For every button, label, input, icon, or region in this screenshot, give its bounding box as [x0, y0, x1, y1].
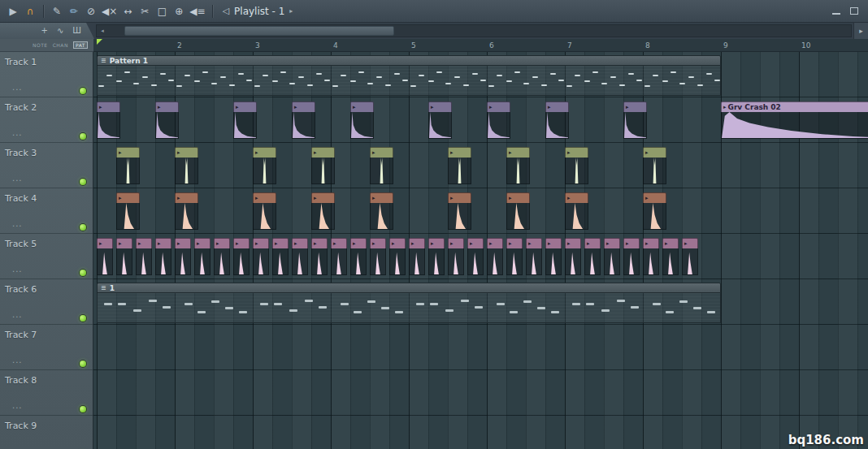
track-led[interactable] [80, 406, 86, 412]
audio-clip-tom[interactable]: ▸ [370, 192, 393, 230]
audio-clip-kick[interactable]: ▸ [487, 101, 510, 139]
audio-clip-hat[interactable]: ▸ [662, 238, 679, 275]
audio-clip-tom[interactable]: ▸ [175, 192, 198, 230]
audio-clip-hat[interactable]: ▸ [545, 238, 562, 275]
mode-label-note[interactable]: NOTE [33, 42, 48, 48]
track-name-label[interactable]: Track 4 [5, 193, 37, 204]
select-tool-icon[interactable]: □ [154, 2, 170, 20]
audio-clip-hat[interactable]: ▸ [97, 238, 113, 275]
audio-clip-hat[interactable]: ▸ [253, 238, 269, 275]
track-row[interactable]: Track 2... [0, 97, 93, 143]
track-name-label[interactable]: Track 7 [5, 330, 37, 340]
audio-clip-hat[interactable]: ▸ [643, 238, 659, 275]
snap-magnet-icon[interactable]: + [41, 27, 48, 35]
track-led[interactable] [80, 179, 86, 185]
track-row[interactable]: Track 9... [0, 416, 93, 449]
pattern-picker-tab[interactable]: +∿Ш [0, 23, 94, 39]
play-icon[interactable]: ▶ [5, 2, 21, 20]
audio-clip-tom[interactable]: ▸ [643, 192, 666, 230]
audio-clip-hat[interactable]: ▸ [136, 238, 152, 275]
audio-clip-clap[interactable]: ▸ [370, 147, 393, 184]
audio-clip-clap[interactable]: ▸ [175, 147, 198, 184]
audio-clip-clap[interactable]: ▸ [311, 147, 335, 184]
audio-clip-kick[interactable]: ▸ [233, 101, 257, 139]
pattern-clip[interactable]: ≡Pattern 1 [97, 55, 721, 96]
audio-clip-clap[interactable]: ▸ [253, 147, 276, 184]
audio-clip-hat[interactable]: ▸ [194, 238, 210, 275]
audio-clip-clap[interactable]: ▸ [565, 147, 588, 184]
audio-clip-crash[interactable]: ▸Grv Crash 02 [721, 101, 868, 139]
audio-clip-hat[interactable]: ▸ [389, 238, 406, 275]
track-led[interactable] [80, 360, 86, 367]
restore-button[interactable] [850, 7, 858, 15]
audio-clip-clap[interactable]: ▸ [643, 147, 666, 184]
audio-clip-hat[interactable]: ▸ [487, 238, 503, 275]
track-led[interactable] [80, 270, 86, 276]
audio-clip-hat[interactable]: ▸ [604, 238, 620, 275]
track-row[interactable]: Track 1... [0, 52, 93, 97]
audio-clip-hat[interactable]: ▸ [214, 238, 230, 275]
audio-clip-clap[interactable]: ▸ [448, 147, 471, 184]
track-row[interactable]: Track 8... [0, 370, 93, 416]
mute-tool-icon[interactable]: ◀× [100, 2, 119, 20]
audio-clip-kick[interactable]: ▸ [155, 101, 179, 139]
record-headphones-icon[interactable]: ∩ [22, 2, 38, 20]
audio-clip-hat[interactable]: ▸ [682, 238, 698, 275]
minimize-button[interactable] [832, 8, 840, 15]
audio-clip-hat[interactable]: ▸ [428, 238, 445, 275]
audio-clip-tom[interactable]: ▸ [253, 192, 276, 230]
audio-clip-hat[interactable]: ▸ [292, 238, 308, 275]
track-row[interactable]: Track 5... [0, 234, 93, 279]
scroll-left-icon[interactable]: ◂ [97, 25, 108, 37]
audio-clip-hat[interactable]: ▸ [526, 238, 542, 275]
audio-clip-tom[interactable]: ▸ [311, 192, 335, 230]
audio-clip-clap[interactable]: ▸ [506, 147, 530, 184]
audio-clip-hat[interactable]: ▸ [467, 238, 484, 275]
track-row[interactable]: Track 4... [0, 188, 93, 234]
audio-clip-hat[interactable]: ▸ [584, 238, 601, 275]
audio-clip-kick[interactable]: ▸ [623, 101, 647, 139]
playlist-title-group[interactable]: ◁ Playlist - 1 ▸ [223, 6, 293, 17]
playlist-grid[interactable]: ▸▸▸▸▸▸▸▸▸▸▸▸▸▸▸▸▸▸▸▸▸▸▸▸▸▸▸▸▸▸▸▸▸▸▸▸▸▸▸▸… [93, 52, 868, 449]
audio-clip-hat[interactable]: ▸ [350, 238, 367, 275]
audio-clip-tom[interactable]: ▸ [565, 192, 588, 230]
playback-tool-icon[interactable]: ◀≡ [188, 2, 206, 20]
scroll-right-button[interactable]: ▸ [853, 23, 868, 39]
audio-clip-kick[interactable]: ▸ [292, 101, 315, 139]
track-led[interactable] [80, 88, 86, 94]
grid-view-icon[interactable]: Ш [72, 27, 81, 35]
audio-clip-hat[interactable]: ▸ [311, 238, 328, 275]
horizontal-scrollbar[interactable]: ◂ [96, 24, 852, 37]
mode-label-pat[interactable]: PAT [73, 41, 88, 49]
zoom-tool-icon[interactable]: ⊕ [171, 2, 187, 20]
track-name-label[interactable]: Track 3 [5, 148, 37, 158]
audio-clip-hat[interactable]: ▸ [175, 238, 191, 275]
mode-label-chan[interactable]: CHAN [53, 42, 68, 48]
track-row[interactable]: Track 6... [0, 279, 93, 325]
draw-tool-icon[interactable]: ✎ [49, 2, 65, 20]
audio-clip-tom[interactable]: ▸ [448, 192, 471, 230]
playlist-next-arrow-icon[interactable]: ▸ [289, 7, 293, 15]
audio-clip-hat[interactable]: ▸ [565, 238, 581, 275]
audio-clip-hat[interactable]: ▸ [409, 238, 425, 275]
audio-clip-kick[interactable]: ▸ [97, 101, 120, 139]
audio-clip-hat[interactable]: ▸ [155, 238, 171, 275]
audio-clip-tom[interactable]: ▸ [116, 192, 140, 230]
scrollbar-track[interactable] [108, 25, 851, 37]
track-row[interactable]: Track 7... [0, 325, 93, 370]
audio-clip-hat[interactable]: ▸ [331, 238, 347, 275]
audio-clip-hat[interactable]: ▸ [623, 238, 640, 275]
slide-curve-icon[interactable]: ∿ [57, 27, 63, 35]
audio-clip-tom[interactable]: ▸ [506, 192, 530, 230]
delete-tool-icon[interactable]: ⊘ [83, 2, 99, 20]
audio-clip-kick[interactable]: ▸ [428, 101, 452, 139]
slice-tool-icon[interactable]: ✂ [137, 2, 153, 20]
audio-clip-kick[interactable]: ▸ [545, 101, 569, 139]
track-name-label[interactable]: Track 1 [5, 57, 37, 67]
playhead-start-marker[interactable] [97, 39, 102, 45]
track-name-label[interactable]: Track 9 [5, 421, 37, 431]
paint-tool-icon[interactable]: ✏ [66, 2, 82, 20]
track-led[interactable] [80, 133, 86, 140]
timeline-ruler[interactable]: 2345678910 [93, 39, 868, 52]
pattern-clip[interactable]: ≡1 [97, 283, 721, 323]
